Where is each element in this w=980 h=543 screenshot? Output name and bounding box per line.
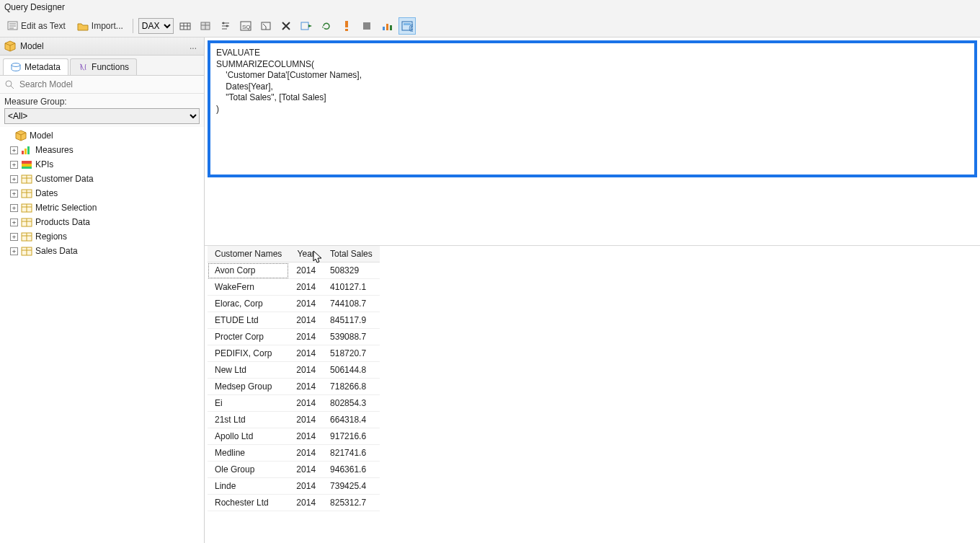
model-tree[interactable]: + Model +Measures+KPIs+Customer Data+Dat… [0,127,204,543]
window-title: Query Designer [4,2,65,12]
svg-rect-14 [390,25,392,30]
table-cell: Medsep Group [208,379,289,395]
measure-group-select[interactable]: <All> [4,108,200,124]
toolbar-separator [133,19,133,33]
table-cell: 2014 [289,445,323,462]
import-label: Import... [92,21,123,31]
table-row[interactable]: Apollo Ltd2014917216.6 [208,428,380,445]
svg-point-3 [222,22,224,24]
search-input[interactable] [18,79,200,90]
cube-icon [4,40,16,52]
cube-icon [200,20,211,32]
tree-node-sales-data[interactable]: +Sales Data [0,244,204,258]
execute-query-button[interactable] [298,17,315,35]
table-row[interactable]: 21st Ltd2014664318.4 [208,412,380,428]
expand-icon[interactable]: + [10,247,18,255]
table-row[interactable]: Medsep Group2014718266.8 [208,379,380,395]
tree-node-label: Dates [35,188,58,198]
results-table[interactable]: Customer NamesYearTotal Sales Avon Corp2… [208,246,380,511]
tree-node-dates[interactable]: +Dates [0,186,204,200]
report-button[interactable] [378,17,396,35]
table-row[interactable]: Ole Group2014946361.6 [208,462,380,478]
toolbar: Edit as Text Import... DAXMDX [0,14,980,37]
edit-as-text-button[interactable]: Edit as Text [3,17,70,35]
table-cell: 825312.7 [323,495,380,511]
expand-icon[interactable]: + [10,218,18,226]
table-row[interactable]: Avon Corp2014508329 [208,262,380,279]
tree-node-label: Customer Data [35,174,94,184]
table-cell: New Ltd [208,362,289,379]
execute-design-button[interactable] [177,17,194,35]
column-header[interactable]: Customer Names [208,246,289,262]
filter-icon [260,20,272,32]
layout-icon: @ [401,20,413,32]
table-cell: 917216.6 [323,428,380,445]
expand-icon[interactable]: + [10,190,18,198]
table-row[interactable]: New Ltd2014506144.8 [208,362,380,379]
column-header[interactable]: Total Sales [323,246,380,262]
table-cell: 739425.4 [323,478,380,495]
panel-title: Model [20,41,44,51]
delete-button[interactable] [277,17,295,35]
warning-button[interactable] [338,17,355,35]
expand-icon[interactable]: + [10,233,18,241]
expand-icon[interactable]: + [10,161,18,169]
tree-root[interactable]: + Model [0,128,204,143]
table-cell: 664318.4 [323,412,380,428]
svg-rect-22 [27,146,30,154]
table-cell: 2014 [289,495,323,511]
table-cell: 821741.6 [323,445,380,462]
table-row[interactable]: Linde2014739425.4 [208,478,380,495]
measure-group-label: Measure Group: [0,94,204,108]
table-row[interactable]: WakeFern2014410127.1 [208,279,380,296]
function-icon [78,62,88,72]
table-row[interactable]: Ei2014802854.3 [208,395,380,412]
tree-node-regions[interactable]: +Regions [0,229,204,244]
tree-node-kpis[interactable]: +KPIs [0,157,204,172]
cube-button[interactable] [197,17,214,35]
table-row[interactable]: PEDIFIX, Corp2014518720.7 [208,345,380,362]
column-header[interactable]: Year [289,246,323,262]
table-row[interactable]: Procter Corp2014539088.7 [208,329,380,345]
table-cell: Apollo Ltd [208,428,289,445]
expand-icon[interactable]: + [10,146,18,154]
language-select[interactable]: DAXMDX [138,18,174,34]
table-icon [21,245,32,257]
tree-node-products-data[interactable]: +Products Data [0,215,204,229]
expand-icon[interactable]: + [10,175,18,183]
table-row[interactable]: Medline2014821741.6 [208,445,380,462]
query-editor-wrap: EVALUATE SUMMARIZECOLUMNS( 'Customer Dat… [205,37,980,180]
expand-icon[interactable]: + [10,204,18,212]
table-cell: PEDIFIX, Corp [208,345,289,362]
tab-functions[interactable]: Functions [70,58,137,75]
svg-text:@: @ [409,24,413,32]
svg-point-4 [226,25,228,27]
panel-options-button[interactable]: ... [187,41,200,51]
sql-button[interactable]: SQ [237,17,254,35]
tree-node-measures[interactable]: +Measures [0,143,204,157]
tab-metadata[interactable]: Metadata [3,58,68,75]
table-cell: 2014 [289,329,323,345]
filter-button[interactable] [257,17,275,35]
table-cell: 2014 [289,345,323,362]
table-row[interactable]: Elorac, Corp2014744108.7 [208,296,380,312]
table-row[interactable]: Rochester Ltd2014825312.7 [208,495,380,511]
svg-point-18 [12,63,20,67]
table-cell: 2014 [289,428,323,445]
tree-node-customer-data[interactable]: +Customer Data [0,172,204,186]
table-cell: Elorac, Corp [208,296,289,312]
query-editor[interactable]: EVALUATE SUMMARIZECOLUMNS( 'Customer Dat… [208,40,977,177]
results-grid[interactable]: Customer NamesYearTotal Sales Avon Corp2… [205,245,980,543]
tree-node-label: Measures [35,145,74,155]
import-button[interactable]: Import... [73,17,128,35]
stop-button[interactable] [358,17,375,35]
parameters-button[interactable] [217,17,234,35]
table-cell: 506144.8 [323,362,380,379]
metadata-icon [11,62,21,72]
table-row[interactable]: ETUDE Ltd2014845117.9 [208,312,380,329]
table-cell: Avon Corp [208,262,289,279]
tree-node-label: Regions [35,231,67,242]
tree-node-metric-selection[interactable]: +Metric Selection [0,200,204,215]
refresh-button[interactable] [318,17,335,35]
layout-button[interactable]: @ [398,17,416,35]
